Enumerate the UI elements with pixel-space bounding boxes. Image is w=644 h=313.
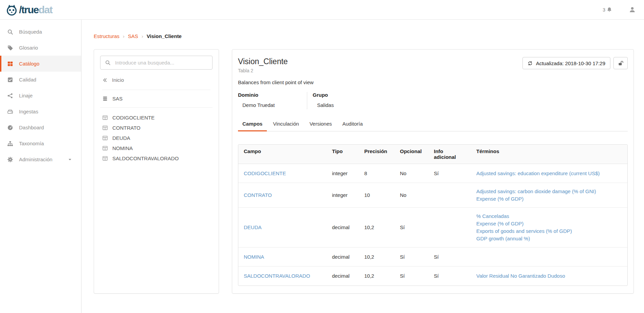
field-precision: 10,2: [359, 219, 394, 236]
explorer-search-input[interactable]: [114, 59, 208, 66]
column-header-precision: Precisión: [359, 145, 394, 164]
field-extra-info: Sí: [428, 248, 471, 265]
explorer-source-label: SAS: [112, 96, 123, 102]
unlock-icon: [618, 60, 624, 66]
term-link[interactable]: Adjusted savings: carbon dioxide damage …: [476, 188, 622, 195]
refresh-updated-button[interactable]: Actualizada: 2018-10-30 17:29: [522, 57, 610, 69]
explorer-home-button[interactable]: Inicio: [102, 77, 210, 90]
sidebar-item-taxonomia[interactable]: Taxonomía: [0, 135, 81, 151]
field-type: integer: [327, 187, 359, 204]
sidebar-item-label: Glosario: [19, 45, 38, 51]
structure-type: Tabla 2: [238, 68, 288, 73]
tab-campos[interactable]: Campos: [238, 117, 267, 131]
field-extra-info: [428, 223, 471, 232]
fields-table-body: CODIGOCLIENTEinteger8NoSíAdjusted saving…: [238, 164, 627, 286]
search-icon: [105, 60, 111, 66]
angles-left-icon: [102, 77, 108, 83]
sidebar-item-ingestas[interactable]: Ingestas: [0, 104, 81, 119]
grid-icon: [7, 61, 13, 67]
topbar-actions: 3: [603, 6, 639, 13]
tab-versiones[interactable]: Versiones: [305, 117, 336, 131]
term-link[interactable]: Expense (% of GDP): [476, 220, 622, 227]
field-extra-info: [428, 190, 471, 200]
database-icon: [102, 96, 108, 102]
fields-table: CampoTipoPrecisiónOpcionalInfo adicional…: [238, 144, 628, 286]
share-icon: [7, 93, 13, 99]
sidebar-item-catalogo[interactable]: Catálogo: [0, 56, 81, 72]
term-link[interactable]: Exports of goods and services (% of GDP): [476, 227, 622, 235]
structure-item-deuda[interactable]: DEUDA: [102, 133, 210, 143]
explorer-source-sas[interactable]: SAS: [100, 90, 213, 108]
field-link[interactable]: SALDOCONTRAVALORADO: [244, 273, 310, 279]
structure-item-label: CONTRATO: [112, 125, 141, 131]
explorer-home-label: Inicio: [112, 77, 124, 83]
notification-count: 3: [603, 7, 605, 13]
structure-item-contrato[interactable]: CONTRATO: [102, 123, 210, 133]
field-terms: Adjusted savings: carbon dioxide damage …: [471, 183, 627, 207]
sidebar-item-administracion[interactable]: Administración: [0, 151, 81, 167]
breadcrumb-link-estructuras[interactable]: Estructuras: [94, 33, 119, 39]
sidebar-item-label: Taxonomía: [19, 141, 44, 146]
sidebar-item-dashboard[interactable]: Dashboard: [0, 119, 81, 135]
breadcrumb-current: Vision_Cliente: [147, 33, 182, 39]
sidebar-item-label: Ingestas: [19, 109, 38, 114]
column-header-info-adicional: Info adicional: [428, 145, 471, 164]
breadcrumb: Estructuras›SAS›Vision_Cliente: [94, 33, 634, 39]
term-link[interactable]: Valor Residual No Garantizado Dudoso: [476, 272, 622, 280]
sidebar-item-label: Administración: [19, 156, 52, 162]
field-precision: 10,2: [359, 248, 394, 265]
sidebar-item-label: Linaje: [19, 93, 33, 98]
term-link[interactable]: Adjusted savings: education expenditure …: [476, 170, 622, 177]
field-type: decimal: [327, 268, 359, 284]
bell-icon: [606, 7, 612, 13]
field-optional: No: [394, 187, 428, 204]
field-terms: % CanceladasExpense (% of GDP)Exports of…: [471, 208, 627, 247]
field-link[interactable]: NOMINA: [244, 254, 264, 260]
user-icon[interactable]: [629, 6, 636, 13]
structure-description: Balances from client point of view: [238, 79, 628, 85]
table-icon: [102, 155, 108, 161]
breadcrumb-link-sas[interactable]: SAS: [128, 33, 138, 39]
tags-icon: [7, 45, 13, 51]
tab-auditoria[interactable]: Auditoría: [338, 117, 367, 131]
field-link[interactable]: DEUDA: [244, 224, 262, 230]
drive-icon: [7, 109, 13, 115]
term-link[interactable]: % Canceladas: [476, 213, 622, 220]
structure-item-label: SALDOCONTRAVALORADO: [112, 155, 179, 161]
field-row-nomina: NOMINAdecimal10,2SíSí: [238, 247, 627, 266]
table-icon: [102, 115, 108, 121]
gauge-icon: [7, 125, 13, 131]
structure-item-codigocliente[interactable]: CODIGOCLIENTE: [102, 112, 210, 123]
lock-toggle-button[interactable]: [613, 57, 628, 69]
field-row-deuda: DEUDAdecimal10,2Sí% CanceladasExpense (%…: [238, 208, 627, 247]
structure-item-nomina[interactable]: NOMINA: [102, 143, 210, 153]
notifications-button[interactable]: 3: [603, 7, 612, 13]
tab-vinculacion[interactable]: Vinculación: [269, 117, 303, 131]
group-value: Salidas: [313, 102, 361, 108]
field-link[interactable]: CODIGOCLIENTE: [244, 170, 286, 176]
sidebar-item-label: Catálogo: [19, 61, 39, 67]
breadcrumb-separator: ›: [142, 33, 143, 39]
sidebar-item-calidad[interactable]: Calidad: [0, 72, 81, 88]
field-extra-info: Sí: [428, 268, 471, 284]
sidebar-item-linaje[interactable]: Linaje: [0, 88, 81, 104]
field-type: decimal: [327, 248, 359, 265]
sitemap-icon: [7, 141, 13, 147]
table-icon: [102, 135, 108, 141]
field-precision: 10,2: [359, 268, 394, 284]
sidebar-item-busqueda[interactable]: Búsqueda: [0, 24, 81, 40]
explorer-search-box: [100, 56, 213, 70]
group-label: Grupo: [313, 92, 361, 98]
sidebar-item-glosario[interactable]: Glosario: [0, 40, 81, 56]
term-link[interactable]: Expense (% of GDP): [476, 195, 622, 203]
updated-label: Actualizada: 2018-10-30 17:29: [536, 60, 605, 66]
field-terms: Adjusted savings: education expenditure …: [471, 165, 627, 182]
field-link[interactable]: CONTRATO: [244, 192, 272, 198]
truedat-logo[interactable]: /truedat: [5, 3, 52, 16]
fields-table-header: CampoTipoPrecisiónOpcionalInfo adicional…: [238, 145, 627, 164]
field-terms: [471, 252, 627, 262]
term-link[interactable]: GDP growth (annual %): [476, 235, 622, 242]
column-header-tipo: Tipo: [327, 145, 359, 164]
structure-item-saldocontravalorado[interactable]: SALDOCONTRAVALORADO: [102, 153, 210, 163]
search-icon: [7, 29, 13, 35]
